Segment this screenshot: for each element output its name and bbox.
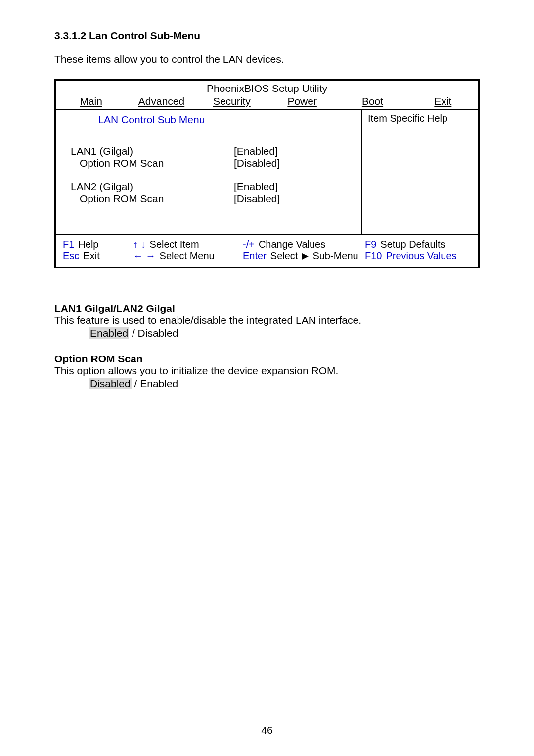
- description-heading: LAN1 Gilgal/LAN2 Gilgal: [54, 303, 480, 314]
- setting-value: [Disabled]: [234, 193, 280, 205]
- option-other: Disabled: [138, 327, 178, 339]
- tab-security[interactable]: Security: [197, 94, 267, 109]
- tab-main[interactable]: Main: [56, 94, 126, 109]
- arrows-leftright-icon: ← →: [133, 250, 156, 262]
- footer-label: Sub-Menu: [312, 250, 358, 262]
- page-number: 46: [0, 724, 534, 736]
- key-esc: Esc: [63, 250, 79, 262]
- footer-label: Previous Values: [386, 250, 456, 262]
- description-block: LAN1 Gilgal/LAN2 Gilgal This feature is …: [54, 303, 480, 339]
- setting-row[interactable]: Option ROM Scan [Disabled]: [66, 193, 352, 205]
- tab-exit[interactable]: Exit: [408, 94, 478, 109]
- setting-label: LAN1 (Gilgal): [66, 145, 234, 157]
- intro-text: These items allow you to control the LAN…: [54, 53, 480, 65]
- footer-label: Help: [78, 239, 98, 250]
- triangle-right-icon: ▶: [302, 250, 309, 262]
- arrows-updown-icon: ↑ ↓: [133, 239, 146, 250]
- submenu-title: LAN Control Sub Menu: [66, 114, 237, 126]
- description-options: Disabled / Enabled: [54, 378, 480, 390]
- section-heading: 3.3.1.2 Lan Control Sub-Menu: [54, 30, 480, 42]
- option-sep: /: [129, 327, 138, 339]
- setting-value: [Enabled]: [234, 181, 278, 193]
- setting-value: [Disabled]: [234, 157, 280, 169]
- footer-label: Select: [270, 250, 298, 262]
- setting-row[interactable]: Option ROM Scan [Disabled]: [66, 157, 352, 169]
- key-enter: Enter: [243, 250, 267, 262]
- key-f9: F9: [365, 239, 376, 250]
- tab-boot[interactable]: Boot: [337, 94, 407, 109]
- description-block: Option ROM Scan This option allows you t…: [54, 353, 480, 390]
- setting-label: LAN2 (Gilgal): [66, 181, 234, 193]
- bios-left-pane: LAN Control Sub Menu LAN1 (Gilgal) [Enab…: [56, 110, 362, 234]
- setting-row[interactable]: LAN2 (Gilgal) [Enabled]: [66, 181, 352, 193]
- key-plusminus: -/+: [243, 239, 255, 250]
- option-highlighted: Enabled: [89, 327, 129, 339]
- setting-label: Option ROM Scan: [66, 193, 234, 205]
- help-pane-title: Item Specific Help: [368, 113, 472, 124]
- setting-row[interactable]: LAN1 (Gilgal) [Enabled]: [66, 145, 352, 157]
- footer-label: Change Values: [259, 239, 325, 250]
- setting-value: [Enabled]: [234, 145, 278, 157]
- key-f1: F1: [63, 239, 74, 250]
- description-options: Enabled / Disabled: [54, 327, 480, 339]
- footer-label: Exit: [83, 250, 99, 262]
- setting-label: Option ROM Scan: [66, 157, 234, 169]
- bios-help-pane: Item Specific Help: [362, 110, 478, 234]
- bios-title: PhoenixBIOS Setup Utility: [56, 81, 478, 94]
- bios-window: PhoenixBIOS Setup Utility Main Advanced …: [54, 79, 480, 268]
- bios-tabs: Main Advanced Security Power Boot Exit: [56, 94, 478, 110]
- description-text: This feature is used to enable/disable t…: [54, 314, 480, 326]
- tab-power[interactable]: Power: [267, 94, 337, 109]
- description-text: This option allows you to initialize the…: [54, 365, 480, 377]
- footer-label: Select Menu: [160, 250, 215, 262]
- tab-advanced[interactable]: Advanced: [126, 94, 196, 109]
- option-sep: /: [132, 378, 140, 389]
- key-f10: F10: [365, 250, 382, 262]
- option-highlighted: Disabled: [89, 378, 132, 389]
- bios-footer: F1Help ↑ ↓Select Item -/+Change Values F…: [56, 235, 478, 267]
- option-other: Enabled: [140, 378, 178, 389]
- footer-label: Setup Defaults: [380, 239, 445, 250]
- footer-label: Select Item: [150, 239, 199, 250]
- description-heading: Option ROM Scan: [54, 353, 480, 365]
